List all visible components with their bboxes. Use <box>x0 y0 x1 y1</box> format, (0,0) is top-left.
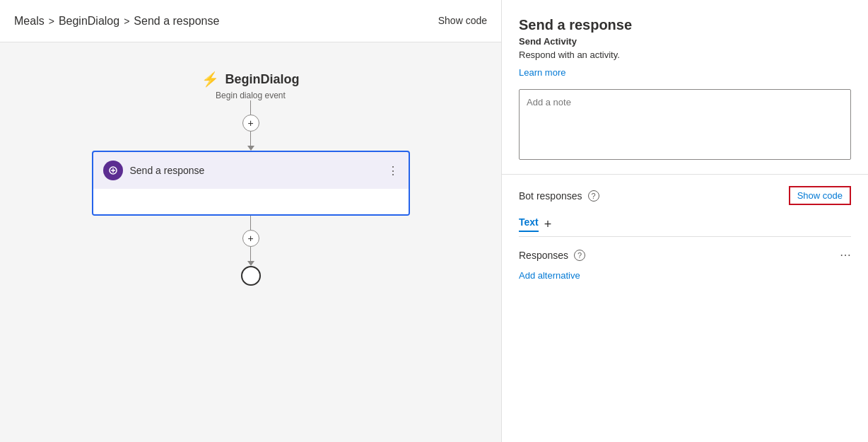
send-response-card[interactable]: Send a response ⋮ <box>92 151 410 216</box>
begin-dialog-node: ⚡ BeginDialog Begin dialog event <box>201 71 299 100</box>
right-panel-title: Send a response <box>519 17 851 33</box>
breadcrumb-item-begindialog[interactable]: BeginDialog <box>59 15 119 28</box>
connector-bottom: + <box>242 216 259 266</box>
add-tab-button[interactable]: + <box>544 217 552 232</box>
connector-line-mid <box>250 132 251 146</box>
responses-menu-button[interactable]: ⋯ <box>840 248 851 262</box>
right-panel-description: Respond with an activity. <box>519 50 851 60</box>
bot-responses-help-icon[interactable]: ? <box>588 190 599 202</box>
breadcrumb-item-meals[interactable]: Meals <box>14 15 45 28</box>
connector-line-bottom-top <box>250 216 251 230</box>
left-header: Meals > BeginDialog > Send a response Sh… <box>0 0 501 42</box>
breadcrumb-item-send-response: Send a response <box>134 15 219 28</box>
add-step-button-bottom[interactable]: + <box>242 230 259 247</box>
bot-responses-left: Bot responses ? <box>519 190 599 202</box>
tab-text-underline <box>519 231 539 232</box>
response-card-header: Send a response ⋮ <box>93 152 409 189</box>
section-divider <box>502 174 868 175</box>
tab-text[interactable]: Text <box>519 216 539 236</box>
response-card-left: Send a response <box>103 161 205 180</box>
note-textarea[interactable] <box>519 89 851 160</box>
connector-line-bottom-mid <box>250 247 251 261</box>
right-panel-subtitle: Send Activity <box>519 36 851 47</box>
responses-left: Responses ? <box>519 250 585 261</box>
connector-line-top <box>250 100 251 115</box>
response-card-menu-button[interactable]: ⋮ <box>387 164 399 178</box>
lightning-icon: ⚡ <box>201 71 219 88</box>
left-panel: Meals > BeginDialog > Send a response Sh… <box>0 0 502 442</box>
add-step-button-top[interactable]: + <box>242 115 259 132</box>
canvas: ⚡ BeginDialog Begin dialog event + <box>0 42 501 442</box>
connector-top: + <box>242 100 259 151</box>
responses-label: Responses <box>519 250 568 261</box>
response-icon <box>103 161 123 180</box>
show-code-button-header[interactable]: Show code <box>438 14 487 27</box>
learn-more-link[interactable]: Learn more <box>519 67 851 78</box>
response-card-body <box>93 189 409 214</box>
arrow-down-bottom <box>247 261 254 266</box>
begin-dialog-title: ⚡ BeginDialog <box>201 71 299 88</box>
begin-dialog-subtitle: Begin dialog event <box>216 91 286 100</box>
breadcrumb: Meals > BeginDialog > Send a response <box>14 15 219 28</box>
responses-row: Responses ? ⋯ <box>519 248 851 262</box>
breadcrumb-sep-2: > <box>124 16 129 27</box>
begin-dialog-label: BeginDialog <box>225 72 299 87</box>
breadcrumb-sep-1: > <box>49 16 54 27</box>
end-node <box>241 266 261 286</box>
bot-responses-label: Bot responses <box>519 190 582 202</box>
response-card-title: Send a response <box>130 165 205 176</box>
responses-help-icon[interactable]: ? <box>574 250 585 261</box>
bot-responses-header: Bot responses ? Show code <box>519 186 851 205</box>
right-panel: Send a response Send Activity Respond wi… <box>502 0 868 442</box>
arrow-down-top <box>247 146 254 151</box>
tab-text-label: Text <box>519 216 539 231</box>
tabs-row: Text + <box>519 216 851 237</box>
show-code-button-right[interactable]: Show code <box>789 186 851 205</box>
add-alternative-link[interactable]: Add alternative <box>519 270 851 281</box>
